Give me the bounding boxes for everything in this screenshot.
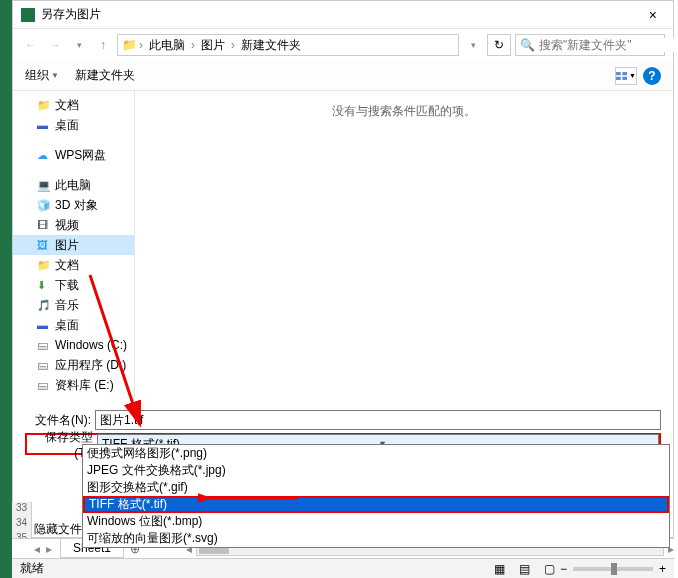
tree-item-label: 桌面 [55,317,79,334]
tree-item-label: 桌面 [55,117,79,134]
tree-item-icon: ⬇ [37,279,51,292]
breadcrumb-pictures[interactable]: 图片 [197,37,229,54]
search-icon: 🔍 [520,38,535,52]
filetype-option[interactable]: Windows 位图(*.bmp) [83,513,669,530]
tree-item-icon: 🖴 [37,339,51,351]
filetype-option[interactable]: 便携式网络图形(*.png) [83,445,669,462]
filetype-option[interactable]: JPEG 文件交换格式(*.jpg) [83,462,669,479]
view-mode-button[interactable]: ▼ [615,67,637,85]
tree-item-icon: ▬ [37,119,51,131]
tree-item[interactable]: ☁WPS网盘 [13,145,134,165]
row-header[interactable]: 34 [12,517,32,532]
tree-item-label: 音乐 [55,297,79,314]
breadcrumb-new-folder[interactable]: 新建文件夹 [237,37,305,54]
recent-button[interactable]: ▾ [69,35,89,55]
forward-button[interactable]: → [45,35,65,55]
tree-item-label: 文档 [55,257,79,274]
tree-item[interactable]: ▬桌面 [13,115,134,135]
chevron-right-icon: › [231,38,235,52]
breadcrumb-this-pc[interactable]: 此电脑 [145,37,189,54]
svg-rect-0 [616,72,621,75]
search-box[interactable]: 🔍 [515,34,665,56]
toolbar: 组织 ▼ 新建文件夹 ▼ ? [13,61,673,91]
filetype-option[interactable]: 可缩放的向量图形(*.svg) [83,530,669,547]
search-input[interactable] [539,38,678,52]
tree-item-label: Windows (C:) [55,338,127,352]
tree-item-label: 3D 对象 [55,197,98,214]
tree-item-icon: ☁ [37,149,51,162]
tree-item[interactable]: 🖴Windows (C:) [13,335,134,355]
chevron-down-icon: ▼ [629,72,636,79]
excel-app-strip [0,0,12,578]
tree-item-label: 应用程序 (D:) [55,357,126,374]
svg-rect-1 [622,72,627,75]
tree-item-label: 下载 [55,277,79,294]
tree-item-icon: 🖴 [37,359,51,371]
tree-item-label: 资料库 (E:) [55,377,114,394]
tree-item-label: 此电脑 [55,177,91,194]
organize-label: 组织 [25,67,49,84]
tree-item[interactable]: 💻此电脑 [13,175,134,195]
page-layout-button[interactable]: ▤ [514,561,535,577]
tree-item[interactable]: 🖴资料库 (E:) [13,375,134,395]
tree-item[interactable]: 📁文档 [13,95,134,115]
titlebar: 另存为图片 × [13,1,673,29]
tree-item-icon: 📁 [37,99,51,112]
tree-item-label: 视频 [55,217,79,234]
breadcrumb-dropdown[interactable]: ▾ [463,35,483,55]
normal-view-button[interactable]: ▦ [489,561,510,577]
row-header[interactable]: 33 [12,502,32,517]
tree-item[interactable]: 📁文档 [13,255,134,275]
tree-item[interactable]: ⬇下载 [13,275,134,295]
up-button[interactable]: ↑ [93,35,113,55]
page-break-button[interactable]: ▢ [539,561,560,577]
zoom-in-button[interactable]: + [659,562,666,576]
navbar: ← → ▾ ↑ 📁 › 此电脑 › 图片 › 新建文件夹 ▾ ↻ 🔍 [13,29,673,61]
folder-tree: 📁文档▬桌面☁WPS网盘💻此电脑🧊3D 对象🎞视频🖼图片📁文档⬇下载🎵音乐▬桌面… [13,91,135,401]
tree-item-icon: 🖴 [37,379,51,391]
filename-input[interactable] [95,410,661,430]
new-folder-button[interactable]: 新建文件夹 [75,67,135,84]
sheet-prev-button[interactable]: ◂ [32,542,42,556]
sheet-next-button[interactable]: ▸ [44,542,54,556]
tree-item-icon: 💻 [37,179,51,192]
chevron-down-icon: ▼ [51,71,59,80]
excel-icon [21,8,35,22]
close-button[interactable]: × [641,5,665,25]
tree-item[interactable]: 🎞视频 [13,215,134,235]
filename-label: 文件名(N): [25,412,95,429]
tree-item-label: 文档 [55,97,79,114]
tree-item-icon: 🎵 [37,299,51,312]
refresh-button[interactable]: ↻ [487,34,511,56]
new-folder-label: 新建文件夹 [75,67,135,84]
svg-rect-3 [622,76,627,79]
tree-item-icon: 📁 [37,259,51,272]
tree-item-icon: 🧊 [37,199,51,212]
tree-item-label: WPS网盘 [55,147,106,164]
zoom-out-button[interactable]: − [560,562,567,576]
filetype-option[interactable]: TIFF 格式(*.tif) [83,496,669,513]
tree-item[interactable]: 🖴应用程序 (D:) [13,355,134,375]
tree-item[interactable]: ▬桌面 [13,315,134,335]
status-text: 就绪 [20,560,489,577]
tree-item[interactable]: 🎵音乐 [13,295,134,315]
back-button[interactable]: ← [21,35,41,55]
filetype-option[interactable]: 图形交换格式(*.gif) [83,479,669,496]
tree-item[interactable]: 🖼图片 [13,235,134,255]
file-list-area: 没有与搜索条件匹配的项。 [135,91,673,401]
tree-item[interactable]: 🧊3D 对象 [13,195,134,215]
help-button[interactable]: ? [643,67,661,85]
tree-item-icon: 🎞 [37,219,51,231]
organize-button[interactable]: 组织 ▼ [25,67,59,84]
chevron-right-icon: › [139,38,143,52]
breadcrumb[interactable]: 📁 › 此电脑 › 图片 › 新建文件夹 [117,34,459,56]
zoom-slider[interactable] [573,567,653,571]
filetype-dropdown: 便携式网络图形(*.png)JPEG 文件交换格式(*.jpg)图形交换格式(*… [82,444,670,548]
empty-message: 没有与搜索条件匹配的项。 [332,103,476,120]
tree-item-label: 图片 [55,237,79,254]
chevron-right-icon: › [191,38,195,52]
tree-item-icon: 🖼 [37,239,51,251]
filename-row: 文件名(N): [25,409,661,431]
statusbar: 就绪 ▦ ▤ ▢ − + [12,558,674,578]
dialog-title: 另存为图片 [41,6,641,23]
